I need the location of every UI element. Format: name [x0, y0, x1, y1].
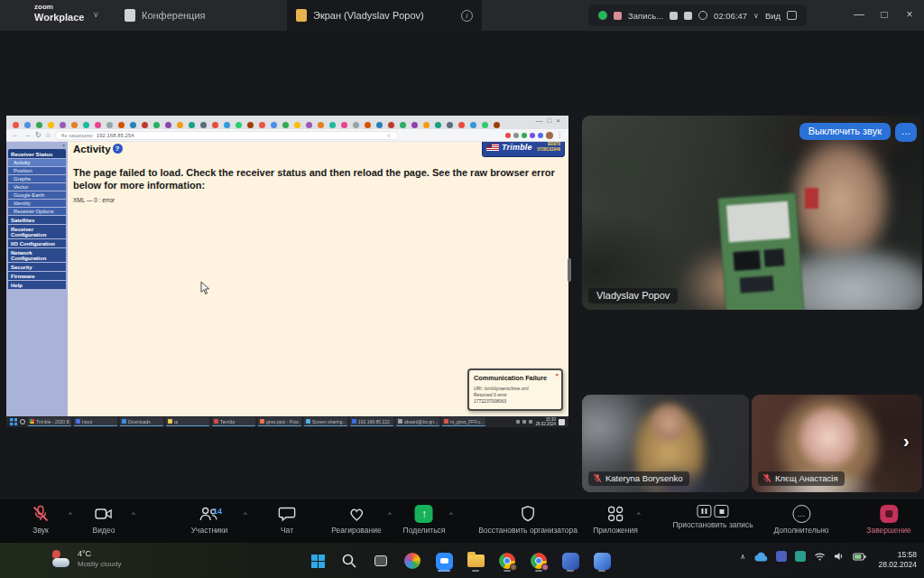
wifi-icon[interactable]: [814, 552, 826, 561]
tray-icon[interactable]: [529, 420, 532, 424]
browser-tab-favicon[interactable]: [153, 122, 160, 128]
browser-tab-favicon[interactable]: [365, 122, 371, 128]
taskbar-app[interactable]: Screen sharing...: [304, 417, 347, 426]
browser-tab-favicon[interactable]: [400, 122, 406, 128]
forward-icon[interactable]: →: [23, 132, 31, 139]
stop-recording-icon[interactable]: [714, 505, 728, 517]
browser-tab-favicon[interactable]: [294, 122, 300, 128]
browser-tab-favicon[interactable]: [48, 122, 54, 128]
browser-tab-favicon[interactable]: [130, 122, 136, 128]
status-square-icon[interactable]: [670, 12, 678, 20]
browser-maximize-icon[interactable]: □: [547, 117, 556, 125]
view-icon[interactable]: [787, 11, 797, 20]
extension-icon[interactable]: [513, 133, 519, 138]
zoom-app-button[interactable]: [432, 549, 456, 573]
taskbar-app-chrome[interactable]: Trimble - 2020 B...: [28, 417, 71, 426]
inner-notification-icon[interactable]: [559, 419, 565, 425]
toolbar-apps-button[interactable]: Приложения: [593, 505, 638, 535]
chrome-profile2-button[interactable]: [527, 549, 550, 573]
browser-window-controls[interactable]: —□×: [535, 117, 565, 125]
file-explorer-button[interactable]: [464, 549, 487, 573]
share-options-caret[interactable]: ^: [449, 510, 453, 518]
participants-options-caret[interactable]: ^: [244, 510, 247, 518]
teams-tray-icon[interactable]: [776, 551, 787, 562]
taskbar-clock[interactable]: 15:58 28.02.2024: [878, 550, 917, 570]
dialog-close-icon[interactable]: ×: [555, 372, 559, 378]
video-tile-kateryna[interactable]: Kateryna Borysenko: [582, 395, 749, 492]
sidebar-item-google-earth[interactable]: Google Earth: [8, 191, 66, 199]
video-options-caret[interactable]: ^: [132, 510, 135, 518]
browser-tab-favicon[interactable]: [212, 122, 218, 128]
help-icon[interactable]: ?: [113, 144, 123, 154]
task-view-button[interactable]: [369, 549, 393, 573]
tab-meeting[interactable]: Конференция: [125, 0, 205, 31]
browser-tab-favicon[interactable]: [353, 122, 359, 128]
blue-app2-button[interactable]: [590, 549, 614, 573]
chrome-button[interactable]: [495, 549, 519, 573]
video-tile-vladyslav[interactable]: Выключить звук … Vladyslav Popov: [582, 116, 922, 310]
tray-expand-icon[interactable]: ∧: [740, 553, 745, 561]
window-maximize-button[interactable]: □: [875, 8, 893, 21]
tray-icon[interactable]: [522, 420, 526, 424]
volume-icon[interactable]: [834, 552, 845, 561]
reactions-options-caret[interactable]: ^: [388, 510, 392, 518]
sidebar-collapse-icon[interactable]: ×: [62, 144, 65, 148]
taskbar-app[interactable]: 192.168.85.222: [350, 417, 393, 426]
toolbar-recording-controls[interactable]: Приостановить запись: [672, 505, 753, 529]
teal-tray-icon[interactable]: [795, 551, 806, 562]
browser-tab-favicon[interactable]: [447, 122, 453, 128]
toolbar-end-button[interactable]: Завершение: [866, 505, 910, 535]
next-participants-button[interactable]: ›: [903, 431, 910, 452]
weather-widget[interactable]: 4°C Mostly cloudy: [50, 549, 121, 568]
extension-icon[interactable]: [505, 133, 511, 138]
sidebar-item-receiver-options[interactable]: Receiver Options: [8, 208, 66, 215]
sidebar-item-activity[interactable]: Activity: [8, 159, 66, 166]
logo-caret-icon[interactable]: ∨: [93, 10, 99, 19]
sidebar-item-identity[interactable]: Identity: [8, 200, 66, 207]
browser-tab-favicon[interactable]: [24, 122, 31, 128]
security-label[interactable]: Не защищено: [61, 133, 93, 138]
taskbar-app[interactable]: aboard@bc-gn...: [396, 417, 439, 426]
browser-tab-favicon[interactable]: [83, 122, 89, 128]
taskbar-app[interactable]: Tavrida: [212, 417, 255, 426]
browser-tab-favicon[interactable]: [388, 122, 394, 128]
sidebar-item-satellites[interactable]: Satellites: [8, 216, 66, 224]
browser-tab-favicon[interactable]: [376, 122, 383, 128]
sidebar-header-receiver-status[interactable]: Receiver Status: [8, 149, 66, 158]
browser-tab-favicon[interactable]: [236, 122, 242, 128]
audio-options-caret[interactable]: ^: [69, 510, 72, 518]
inner-start-icon[interactable]: [10, 418, 17, 425]
browser-tab-favicon[interactable]: [247, 122, 254, 128]
browser-tab-favicon[interactable]: [435, 122, 441, 128]
taskbar-app[interactable]: gnss.pptx - Pow...: [258, 417, 301, 426]
browser-tab-favicon[interactable]: [329, 122, 336, 128]
extension-icon[interactable]: [538, 133, 543, 138]
toolbar-audio-button[interactable]: Звук: [31, 505, 51, 535]
status-square2-icon[interactable]: [684, 12, 692, 20]
taskbar-app[interactable]: qr: [166, 417, 209, 426]
sidebar-item-io-configuration[interactable]: I/O Configuration: [8, 239, 66, 247]
browser-tab-favicon[interactable]: [306, 122, 312, 128]
browser-tab-favicon[interactable]: [282, 122, 289, 128]
browser-menu-icon[interactable]: ⋮: [556, 132, 563, 139]
sidebar-item-graphs[interactable]: Graphs: [8, 175, 66, 182]
browser-tab-favicon[interactable]: [142, 122, 148, 128]
widgets-app-button[interactable]: [401, 549, 424, 573]
browser-close-icon[interactable]: ×: [556, 117, 565, 125]
sidebar-item-security[interactable]: Security: [8, 263, 66, 271]
browser-tab-favicon[interactable]: [118, 122, 125, 128]
browser-tab-favicon[interactable]: [71, 122, 78, 128]
taskbar-app[interactable]: m_gnss_FFF.u...: [442, 417, 485, 426]
browser-tab-favicon[interactable]: [189, 122, 195, 128]
toolbar-more-button[interactable]: … Дополнительно: [773, 505, 828, 535]
browser-tab-favicon[interactable]: [106, 122, 113, 128]
browser-tab-favicon[interactable]: [411, 122, 418, 128]
browser-tab-favicon[interactable]: [13, 122, 19, 128]
browser-tab-favicon[interactable]: [458, 122, 465, 128]
sidebar-item-network-configuration[interactable]: Network Configuration: [8, 248, 66, 262]
sidebar-item-receiver-configuration[interactable]: Receiver Configuration: [8, 225, 66, 238]
back-icon[interactable]: ←: [12, 132, 19, 139]
info-icon[interactable]: i: [461, 10, 473, 22]
browser-tab-favicon[interactable]: [224, 122, 230, 128]
sidebar-item-firmware[interactable]: Firmware: [8, 272, 66, 280]
